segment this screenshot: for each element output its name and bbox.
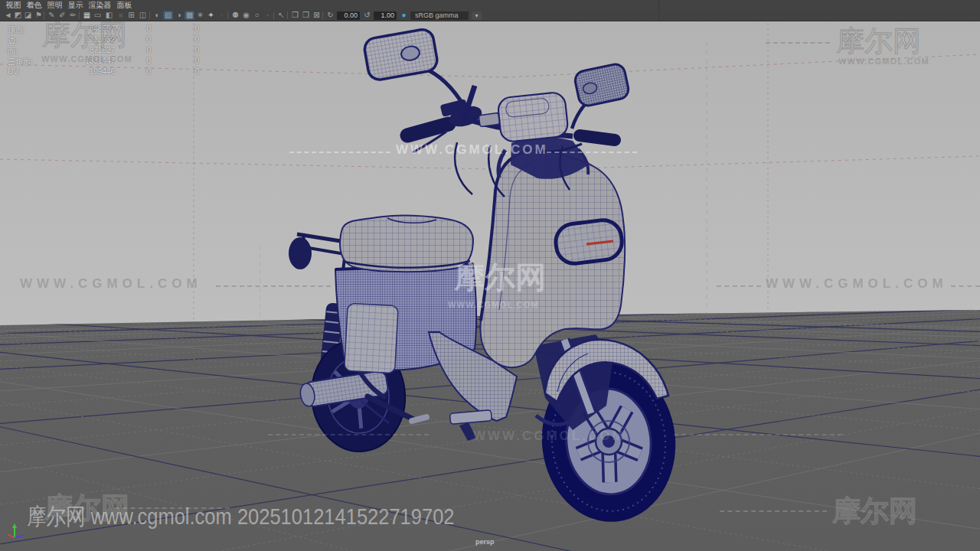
maya-viewport-window: 顶点: 848592 0 0 边: 1713652 0 0 面: 871627 … (0, 0, 980, 551)
grease-draw-icon[interactable]: ✏ (68, 11, 78, 20)
grease-frame-icon[interactable]: ✐ (57, 11, 67, 20)
menu-panels[interactable]: 面板 (114, 0, 135, 10)
panel-toolbar: ◄ ◩ ◪ ⚑ ✎ ✐ ✏ ▦ ▭ ◧ ■ ⊞ ◫ ◐ ▧ ◑ ▩ ✳ ✦ ▫ … (0, 10, 980, 21)
hud-label: 面: (8, 46, 18, 57)
menu-show[interactable]: 显示 (65, 0, 86, 10)
hud-comp: 0 (151, 67, 199, 76)
hud-comp: 0 (151, 35, 199, 44)
resolution-gate-icon[interactable]: ◧ (104, 11, 114, 20)
refresh-icon[interactable]: ↻ (325, 11, 335, 20)
dashboard-box (497, 92, 569, 143)
watermark-url-bottom: www.cgmol.com (91, 504, 232, 529)
isolate-select-icon[interactable]: ⚉ (230, 11, 240, 20)
duplicate-view-icon[interactable]: ❐ (290, 11, 300, 20)
shadows-icon[interactable]: ▫ (217, 11, 227, 20)
viewport-3d[interactable]: 顶点: 848592 0 0 边: 1713652 0 0 面: 871627 … (0, 21, 980, 551)
colorspace-dropdown-arrow[interactable]: ▾ (472, 11, 482, 20)
grid-icon[interactable]: ▦ (82, 11, 92, 20)
hud-comp: 0 (151, 57, 199, 65)
field-chart-icon[interactable]: ⊞ (126, 11, 136, 20)
panel-menubar: 视图 着色 照明 显示 渲染器 面板 (0, 0, 980, 10)
scene-svg (0, 21, 980, 551)
disabled-icon[interactable]: ▪ (263, 11, 273, 20)
film-gate-icon[interactable]: ▭ (93, 11, 103, 20)
exposure-field[interactable]: 0.00 (337, 11, 360, 20)
tear-off-icon[interactable]: ❐ (301, 11, 311, 20)
wireframe-shaded-icon[interactable]: ✳ (195, 11, 205, 20)
menu-view[interactable]: 视图 (3, 0, 24, 10)
close-view-icon[interactable]: ⊠ (312, 11, 322, 20)
pan-zoom-icon[interactable]: ◩ (13, 11, 23, 20)
colorspace-dropdown[interactable]: sRGB gamma (410, 11, 469, 20)
camera-name-label: persp (475, 538, 495, 546)
panel-divider (658, 0, 659, 21)
select-tool-icon[interactable]: ↖ (276, 11, 286, 20)
xray-icon[interactable]: ◉ (241, 11, 251, 20)
shaded-icon[interactable]: ▩ (185, 11, 194, 20)
hud-row-faces: 面: 871627 0 0 (8, 46, 207, 57)
hud-sel: 0 (115, 67, 151, 76)
watermark-serial: 20251012141522719702 (237, 504, 455, 529)
hud-row-vertices: 顶点: 848592 0 0 (8, 24, 207, 35)
poly-count-hud: 顶点: 848592 0 0 边: 1713652 0 0 面: 871627 … (8, 24, 207, 78)
menu-lighting[interactable]: 照明 (44, 0, 65, 10)
hud-sel: 0 (115, 24, 151, 33)
hud-sel: 0 (115, 57, 151, 65)
bookmark-icon[interactable]: ⚑ (34, 11, 44, 20)
menu-shading[interactable]: 着色 (24, 0, 44, 10)
textured-icon[interactable]: ▧ (163, 11, 173, 20)
hud-comp: 0 (151, 24, 199, 33)
hud-total: 1331447 (50, 57, 115, 65)
hud-row-edges: 边: 1713652 0 0 (8, 35, 207, 46)
hud-total: 848592 (50, 24, 115, 33)
headlight-recess (554, 218, 624, 266)
hud-total: 1713652 (50, 35, 115, 44)
watermark-bottom-line: 摩尔网 www.cgmol.com 20251012141522719702 (27, 501, 455, 533)
gate-mask-icon[interactable]: ■ (116, 11, 126, 20)
hud-label: UV: (8, 67, 20, 76)
menu-renderer[interactable]: 渲染器 (86, 0, 114, 10)
select-camera-icon[interactable]: ◄ (3, 11, 13, 20)
hud-sel: 0 (115, 46, 151, 54)
hud-comp: 0 (151, 46, 199, 54)
hud-row-uvs: UV: 109446 0 0 (8, 67, 207, 78)
default-light-icon[interactable]: ◐ (152, 11, 162, 20)
hud-sel: 0 (115, 35, 151, 44)
hud-total: 871627 (50, 46, 115, 54)
watermark-brand-bottom: 摩尔网 (27, 504, 86, 529)
circle-icon[interactable]: ○ (252, 11, 262, 20)
hud-row-triangles: 三角形: 1331447 0 0 (8, 57, 207, 67)
safe-action-icon[interactable]: ◫ (138, 11, 148, 20)
hud-label: 三角形: (8, 57, 33, 67)
gamma-field[interactable]: 1.00 (374, 11, 397, 20)
zoom-2d-icon[interactable]: ◪ (23, 11, 33, 20)
color-management-icon[interactable]: ● (399, 11, 409, 20)
seat-lid (340, 216, 473, 272)
hud-label: 边: (8, 35, 18, 46)
light-icon[interactable]: ✦ (206, 11, 216, 20)
hud-label: 顶点: (8, 24, 25, 35)
all-lights-icon[interactable]: ◑ (174, 11, 184, 20)
gamma-icon[interactable]: ↺ (362, 11, 372, 20)
hud-total: 109446 (50, 67, 115, 76)
grease-pencil-icon[interactable]: ✎ (47, 11, 57, 20)
